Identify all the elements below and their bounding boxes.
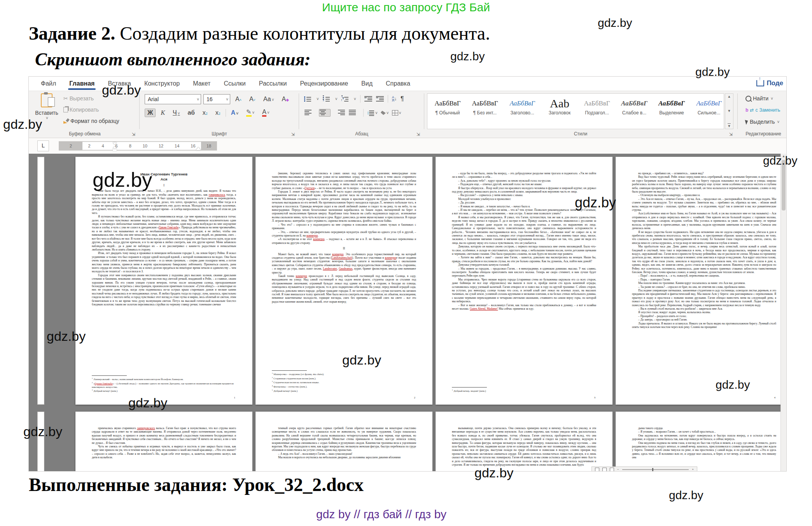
- zoom-in-icon[interactable]: +: [692, 468, 694, 471]
- text-effects-button[interactable]: А˅: [228, 109, 241, 117]
- scrollbar-thumb[interactable]: [782, 160, 786, 210]
- style-item[interactable]: АаБбВвГ¶ Обычный: [430, 95, 466, 128]
- zoom-out-icon[interactable]: −: [617, 468, 619, 471]
- style-item[interactable]: АаБбВвГЗаголово...: [504, 95, 540, 128]
- tab-Рассылки[interactable]: Рассылки: [252, 78, 294, 89]
- bold-button[interactable]: Ж: [145, 109, 156, 117]
- shrink-font-button[interactable]: А˅: [247, 95, 258, 103]
- tab-Файл[interactable]: Файл: [34, 78, 63, 89]
- style-item[interactable]: АаБбВвГСлабое в...: [616, 95, 652, 128]
- editing-group: Найти ˅ b⇄c Заменить Выделить ˅ Редактир…: [740, 91, 786, 138]
- font-family-select[interactable]: Arial ˅: [145, 94, 201, 104]
- multilevel-list-icon[interactable]: 1ai: [341, 96, 349, 102]
- bullet-list-icon[interactable]: [304, 96, 312, 102]
- cut-label: Вырезать: [70, 95, 94, 102]
- web-layout-icon[interactable]: [610, 468, 614, 472]
- watermark: gdz.by: [3, 117, 42, 132]
- dialog-launcher-icon[interactable]: ⇲: [132, 132, 135, 137]
- styles-scroll-up-icon[interactable]: ▲: [728, 95, 731, 98]
- line-spacing-button[interactable]: ↕˅: [367, 110, 378, 116]
- footnotes: 1 Машерочка – подружка (от франц. ma chè…: [272, 370, 416, 393]
- ruler-number: 22: [37, 330, 44, 336]
- italic-button[interactable]: К: [158, 109, 168, 117]
- indent-marker-right[interactable]: [196, 147, 201, 150]
- style-item[interactable]: АаБбВвГСильное...: [691, 95, 724, 128]
- styles-scroll-down-icon[interactable]: ▼: [728, 109, 731, 113]
- document-paragraph: Итак, лет двадцать тому назад я проживал…: [92, 251, 236, 273]
- change-case-button[interactable]: Аа˅: [261, 95, 277, 103]
- chevron-down-icon: ˅: [252, 110, 255, 115]
- dialog-launcher-icon[interactable]: ⇲: [729, 132, 733, 137]
- zoom-slider[interactable]: [622, 469, 689, 470]
- style-item[interactable]: АаБбВвГ¶ Без инт...: [467, 95, 503, 128]
- select-button[interactable]: Выделить ˅: [744, 117, 781, 126]
- chevron-down-icon[interactable]: ˅: [335, 97, 338, 101]
- clear-formatting-button[interactable]: А◆: [279, 95, 291, 103]
- find-button[interactable]: Найти ˅: [744, 94, 775, 103]
- document-paragraph: – Мы живем за городом, – продолжал Гагин…: [452, 267, 596, 278]
- decrease-indent-icon[interactable]: ←: [364, 96, 372, 102]
- horizontal-ruler[interactable]: 2 246810121416 18: [59, 141, 217, 151]
- ruler-number: 14: [175, 144, 179, 148]
- superscript-button[interactable]: x2: [213, 109, 223, 117]
- font-color-button[interactable]: А˅: [259, 108, 272, 117]
- align-center-button[interactable]: [319, 109, 331, 117]
- style-item[interactable]: АаБбВвГПодзагол...: [579, 95, 615, 128]
- dialog-launcher-icon[interactable]: ⇲: [416, 132, 420, 137]
- tab-Конструктор[interactable]: Конструктор: [138, 78, 186, 89]
- document-paragraph: – Пора! – воскликнул я, – а то, пожалуй,…: [632, 274, 776, 277]
- vertical-ruler[interactable]: 2: [37, 412, 44, 472]
- ruler-number: 12: [159, 144, 163, 148]
- purple-note: gdz by // гдз бай // гдз by: [316, 508, 446, 521]
- chevron-down-icon: ˅: [399, 111, 401, 115]
- sort-button[interactable]: АЯ ↓: [392, 96, 397, 102]
- indent-marker-left[interactable]: [113, 142, 117, 152]
- align-left-button[interactable]: [304, 109, 316, 117]
- strikethrough-button[interactable]: аб: [185, 109, 198, 117]
- read-mode-icon[interactable]: [595, 468, 599, 472]
- increase-indent-icon[interactable]: →: [376, 96, 384, 102]
- cut-button[interactable]: ✂ Вырезать: [61, 94, 96, 103]
- show-marks-button[interactable]: ¶: [401, 95, 404, 102]
- watermark: gdz.by: [598, 16, 632, 30]
- tab-Главная[interactable]: Главная: [63, 78, 101, 89]
- style-item[interactable]: АabЗаголовок: [542, 95, 578, 128]
- watermark: gdz.by: [763, 154, 797, 167]
- vertical-scrollbar[interactable]: ▲: [780, 154, 786, 472]
- borders-button[interactable]: ˅: [392, 110, 401, 116]
- justify-button[interactable]: [348, 109, 360, 117]
- format-painter-button[interactable]: Формат по образцу: [61, 117, 121, 125]
- replace-button[interactable]: b⇄c Заменить: [744, 106, 782, 114]
- document-paragraph: Чуть не смеясь от избытка приятных и игр…: [92, 445, 236, 459]
- tab-Вид[interactable]: Вид: [355, 78, 379, 89]
- subscript-button[interactable]: x2: [200, 109, 210, 117]
- align-right-button[interactable]: [334, 109, 345, 117]
- chevron-down-icon[interactable]: ˅: [317, 97, 319, 101]
- chevron-down-icon[interactable]: ˅: [354, 97, 356, 101]
- underline-button[interactable]: Ч˅: [170, 109, 183, 117]
- ruler-number: 18: [206, 144, 211, 148]
- font-size-select[interactable]: 16 ˅: [203, 94, 230, 104]
- tab-Ссылки[interactable]: Ссылки: [217, 78, 252, 89]
- shading-button[interactable]: ˅: [381, 111, 389, 115]
- copy-button[interactable]: Копировать: [61, 105, 101, 114]
- tab-Макет[interactable]: Макет: [186, 78, 217, 89]
- tab-Справка[interactable]: Справка: [379, 78, 417, 89]
- document-paragraph: примчались звуки старинного ланнеровског…: [92, 426, 236, 445]
- styles-more-icon[interactable]: ▼: [728, 123, 731, 128]
- print-layout-icon[interactable]: [602, 468, 607, 472]
- vertical-ruler[interactable]: 24681012141618202224: [37, 157, 44, 405]
- dialog-launcher-icon[interactable]: ⇲: [291, 132, 295, 137]
- grow-font-label: А: [235, 96, 240, 103]
- numbered-list-icon[interactable]: 123: [323, 96, 331, 102]
- tab-selector[interactable]: L: [37, 140, 49, 151]
- grow-font-button[interactable]: А˄: [233, 95, 244, 103]
- tab-Рецензирование[interactable]: Рецензирование: [294, 78, 355, 89]
- highlight-button[interactable]: ✎˅: [243, 108, 257, 117]
- chevron-down-icon: ˅: [771, 96, 773, 101]
- style-label: Выделение: [654, 110, 690, 116]
- document-paragraph: – Вот и наше жилище! – воскликнул Гагин,…: [452, 303, 596, 311]
- promo-note: Ищите нас по запросу ГДЗ Бай: [0, 1, 812, 14]
- style-item[interactable]: АаБбВвГВыделение: [654, 95, 690, 128]
- share-button[interactable]: Поде: [752, 78, 784, 89]
